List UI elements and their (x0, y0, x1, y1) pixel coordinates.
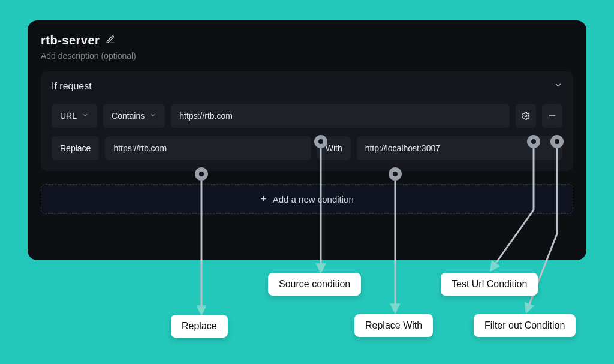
match-value-field[interactable] (179, 111, 501, 121)
with-value-input[interactable] (357, 136, 562, 160)
annotation-filter-out: Filter out Condition (474, 314, 576, 337)
title-row: rtb-server (41, 34, 573, 47)
replace-value-field[interactable] (113, 143, 302, 153)
chevron-down-icon (82, 111, 89, 121)
annotation-source-condition: Source condition (268, 273, 361, 296)
add-condition-button[interactable]: + Add a new condition (41, 184, 573, 214)
match-value-input[interactable] (171, 104, 510, 128)
plus-icon: + (260, 193, 267, 206)
test-url-button[interactable] (516, 104, 536, 128)
contains-dropdown-label: Contains (112, 111, 145, 121)
replace-label: Replace (52, 136, 99, 160)
filter-out-button[interactable] (542, 104, 562, 128)
condition-row: URL Contains (52, 104, 562, 128)
card-title: If request (52, 81, 92, 92)
add-condition-label: Add a new condition (273, 194, 354, 204)
replace-row: Replace With (52, 136, 562, 160)
condition-card: If request URL Contains (41, 71, 573, 171)
url-dropdown[interactable]: URL (52, 104, 97, 128)
annotation-replace-with: Replace With (354, 314, 433, 337)
with-label: With (317, 136, 351, 160)
description-placeholder[interactable]: Add description (optional) (41, 51, 573, 61)
with-value-field[interactable] (365, 143, 554, 153)
annotation-replace: Replace (171, 315, 228, 338)
pencil-icon[interactable] (106, 35, 115, 47)
chevron-down-icon[interactable] (554, 81, 562, 92)
with-label-text: With (326, 143, 342, 153)
card-header[interactable]: If request (52, 81, 562, 92)
page-title: rtb-server (41, 34, 100, 47)
replace-label-text: Replace (60, 143, 91, 153)
editor-panel: rtb-server Add description (optional) If… (28, 20, 586, 260)
contains-dropdown[interactable]: Contains (103, 104, 165, 128)
svg-point-0 (525, 115, 526, 116)
replace-value-input[interactable] (105, 136, 311, 160)
annotation-test-url: Test Url Condition (441, 273, 538, 296)
chevron-down-icon (149, 111, 156, 121)
url-dropdown-label: URL (60, 111, 77, 121)
